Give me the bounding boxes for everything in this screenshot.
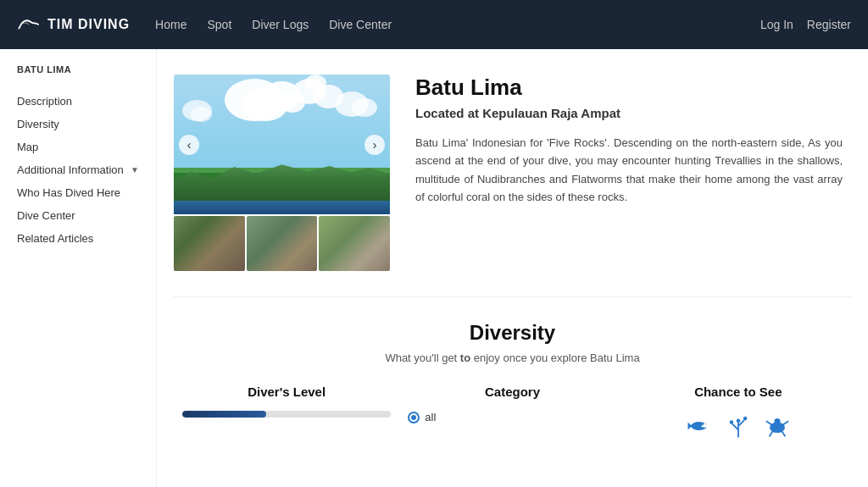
divers-level-column: Diver's Level xyxy=(182,385,391,418)
gallery-prev-button[interactable]: ‹ xyxy=(179,135,199,155)
sidebar-title: BATU LIMA xyxy=(17,64,139,75)
gallery-main-image: ‹ › xyxy=(174,75,390,214)
svg-point-5 xyxy=(729,420,733,424)
sidebar-item-description[interactable]: Description xyxy=(17,90,139,113)
divers-level-bar-fill xyxy=(182,411,266,418)
gallery-next-button[interactable]: › xyxy=(364,135,385,155)
diversity-subtitle: What you'll get to enjoy once you explor… xyxy=(182,351,843,364)
content-area: ‹ › Batu Lima Located at Kepulauan Raja … xyxy=(157,49,868,487)
fish-icon-item xyxy=(684,411,715,441)
nav-home[interactable]: Home xyxy=(155,18,186,31)
thumbnail-2[interactable] xyxy=(247,216,318,271)
register-link[interactable]: Register xyxy=(807,18,851,31)
category-column: Category all xyxy=(408,385,616,423)
sidebar: BATU LIMA Description Diversity Map Addi… xyxy=(0,49,157,487)
main-nav: Home Spot Diver Logs Dive Center xyxy=(155,18,392,31)
sidebar-item-diversity[interactable]: Diversity xyxy=(17,113,139,136)
sidebar-item-additional-info[interactable]: Additional Information ▼ xyxy=(17,158,139,181)
logo[interactable]: TIM DIVING xyxy=(17,16,130,33)
category-radio-group: all xyxy=(408,411,616,423)
logo-text: TIM DIVING xyxy=(47,17,130,32)
sidebar-item-dive-center[interactable]: Dive Center xyxy=(17,204,139,227)
svg-point-0 xyxy=(704,423,706,426)
nav-diver-logs[interactable]: Diver Logs xyxy=(252,18,309,31)
gallery-thumbnails xyxy=(174,216,390,271)
diversity-title: Diversity xyxy=(182,321,843,345)
radio-item-all[interactable]: all xyxy=(408,411,436,423)
svg-line-2 xyxy=(732,423,738,429)
thumbnail-1[interactable] xyxy=(174,216,245,271)
divers-level-title: Diver's Level xyxy=(182,385,391,399)
island-area xyxy=(174,163,390,214)
fish-icon xyxy=(684,411,715,441)
turtle-icon xyxy=(762,411,793,441)
image-gallery: ‹ › xyxy=(174,75,390,271)
header-right: Log In Register xyxy=(760,18,851,31)
spot-title: Batu Lima xyxy=(415,75,843,101)
coral-icon xyxy=(723,411,754,441)
svg-point-8 xyxy=(774,418,780,424)
divers-level-bar-container xyxy=(182,411,391,418)
diversity-columns: Diver's Level Category all xyxy=(182,385,843,441)
sidebar-item-related-articles[interactable]: Related Articles xyxy=(17,227,139,250)
sky-background xyxy=(174,75,390,168)
diversity-section: Diversity What you'll get to enjoy once … xyxy=(157,297,868,458)
thumbnail-3[interactable] xyxy=(319,216,390,271)
nav-spot[interactable]: Spot xyxy=(207,18,231,31)
logo-icon xyxy=(17,16,41,33)
radio-dot-all xyxy=(408,412,420,423)
login-link[interactable]: Log In xyxy=(760,18,793,31)
spot-description: Batu Lima' Indonesian for 'Five Rocks'. … xyxy=(415,134,843,207)
description-panel: Batu Lima Located at Kepulauan Raja Ampa… xyxy=(415,75,843,207)
hero-section: ‹ › Batu Lima Located at Kepulauan Raja … xyxy=(157,49,868,296)
sidebar-item-map[interactable]: Map xyxy=(17,136,139,158)
nav-dive-center[interactable]: Dive Center xyxy=(329,18,392,31)
chevron-down-icon: ▼ xyxy=(131,165,139,174)
main-content: BATU LIMA Description Diversity Map Addi… xyxy=(0,49,868,487)
chance-icons-group xyxy=(634,411,843,441)
svg-point-6 xyxy=(743,417,748,421)
spot-location: Located at Kepulauan Raja Ampat xyxy=(415,104,843,122)
sidebar-item-who-dived[interactable]: Who Has Dived Here xyxy=(17,181,139,204)
category-title: Category xyxy=(408,385,616,399)
chance-to-see-title: Chance to See xyxy=(634,385,843,399)
chance-to-see-column: Chance to See xyxy=(634,385,843,441)
coral-icon-item xyxy=(723,411,754,441)
svg-point-4 xyxy=(737,418,741,423)
header-left: TIM DIVING Home Spot Diver Logs Dive Cen… xyxy=(17,16,392,33)
turtle-icon-item xyxy=(762,411,793,441)
header: TIM DIVING Home Spot Diver Logs Dive Cen… xyxy=(0,0,868,49)
